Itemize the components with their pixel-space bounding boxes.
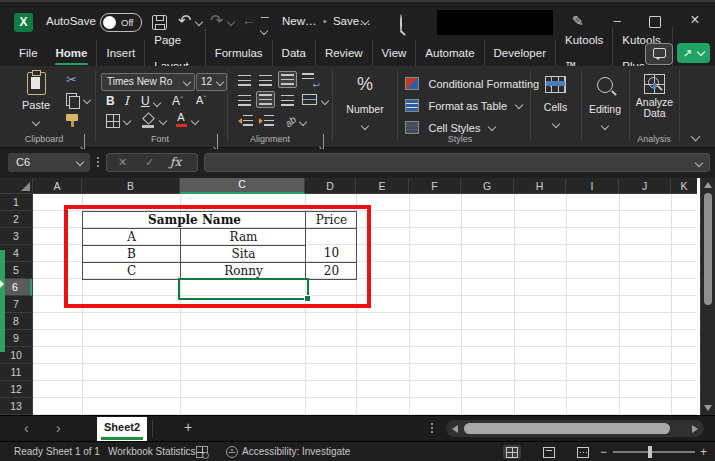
tabs-resize-grip-icon[interactable]	[431, 423, 433, 425]
add-sheet-button[interactable]: +	[184, 419, 192, 435]
column-header-f[interactable]: F	[409, 178, 461, 194]
tab-file[interactable]: File	[10, 40, 47, 66]
tab-insert[interactable]: Insert	[97, 40, 145, 66]
borders-dropdown-icon[interactable]	[123, 117, 131, 125]
scroll-up-icon[interactable]	[704, 182, 712, 188]
column-header-i[interactable]: I	[566, 178, 619, 194]
font-color-button[interactable]: A	[175, 112, 187, 127]
orientation-button[interactable]: ab	[283, 114, 299, 130]
qat-more-icon[interactable]	[261, 17, 269, 38]
column-header-j[interactable]: J	[619, 178, 671, 194]
formula-bar-expand-icon[interactable]	[695, 159, 703, 167]
side-panel-handle[interactable]	[0, 250, 5, 352]
tab-data[interactable]: Data	[273, 40, 316, 66]
share-button[interactable]: ↗	[677, 43, 710, 63]
italic-button[interactable]: I	[124, 94, 129, 108]
editing-group-button[interactable]: Editing	[583, 70, 627, 142]
tab-review[interactable]: Review	[316, 40, 373, 66]
status-accessibility[interactable]: Accessibility: Investigate	[242, 446, 350, 457]
wrap-text-button[interactable]: ↩	[302, 73, 318, 86]
decrease-font-button[interactable]: Aˇ	[196, 94, 207, 106]
redo-button[interactable]: ↷	[210, 11, 223, 30]
insert-function-button[interactable]: ƒx	[170, 155, 181, 169]
close-button[interactable]: ×	[688, 13, 702, 27]
vertical-scrollbar[interactable]	[700, 178, 715, 415]
column-header-c[interactable]: C	[180, 178, 305, 194]
font-size-select[interactable]: 12	[196, 73, 227, 91]
autosave-toggle[interactable]: Off	[100, 13, 142, 32]
underline-dropdown-icon[interactable]	[153, 99, 161, 107]
row-header-2[interactable]: 2	[0, 211, 32, 228]
tab-automate[interactable]: Automate	[416, 40, 484, 66]
formula-bar-grip-icon[interactable]	[97, 157, 99, 159]
format-as-table-button[interactable]: Format as Table	[405, 96, 522, 110]
increase-indent-button[interactable]	[259, 115, 274, 126]
align-center-button[interactable]	[256, 91, 275, 108]
enter-button[interactable]: ✓	[145, 156, 154, 169]
increase-font-button[interactable]: Aˆ	[172, 94, 183, 108]
formula-input[interactable]	[209, 155, 693, 172]
next-sheet-button[interactable]: ›	[56, 420, 61, 436]
back-button[interactable]: ←	[242, 12, 256, 28]
tab-view[interactable]: View	[373, 40, 417, 66]
fill-color-dropdown-icon[interactable]	[159, 117, 167, 125]
cells-group-button[interactable]: Cells	[532, 70, 579, 142]
status-workbook-statistics[interactable]: Workbook Statistics	[108, 446, 196, 457]
borders-button[interactable]	[106, 114, 120, 128]
zoom-slider-handle[interactable]	[648, 446, 652, 458]
merge-center-button[interactable]	[302, 94, 317, 105]
scroll-down-icon[interactable]	[704, 405, 712, 411]
column-header-h[interactable]: H	[514, 178, 566, 194]
align-middle-button[interactable]	[259, 75, 272, 86]
search-icon[interactable]	[400, 14, 402, 33]
row-header-11[interactable]: 11	[0, 364, 32, 381]
display-settings-icon[interactable]	[196, 446, 208, 458]
horizontal-scrollbar-thumb[interactable]	[464, 423, 670, 434]
sheet-tab-active[interactable]: Sheet2	[97, 417, 147, 441]
font-name-select[interactable]: Times New Ro	[101, 73, 195, 91]
column-header-g[interactable]: G	[461, 178, 514, 194]
underline-button[interactable]: U	[141, 94, 150, 108]
column-header-d[interactable]: D	[305, 178, 356, 194]
row-header-1[interactable]: 1	[0, 194, 32, 211]
hscroll-left-icon[interactable]	[452, 425, 458, 433]
zoom-slider-track[interactable]	[613, 451, 695, 453]
tab-developer[interactable]: Developer	[485, 40, 556, 66]
hscroll-right-icon[interactable]	[692, 425, 698, 433]
column-header-k[interactable]: K	[671, 178, 697, 194]
view-page-layout-button[interactable]	[540, 445, 558, 459]
select-all-corner[interactable]	[0, 178, 33, 194]
copy-dropdown-icon[interactable]	[83, 96, 91, 104]
row-header-12[interactable]: 12	[0, 381, 32, 398]
undo-dropdown-icon[interactable]	[195, 18, 203, 26]
align-right-button[interactable]	[281, 95, 294, 106]
row-header-13[interactable]: 13	[0, 398, 32, 415]
vertical-scrollbar-thumb[interactable]	[704, 193, 712, 305]
format-painter-icon[interactable]	[66, 114, 78, 121]
tab-home[interactable]: Home	[47, 40, 98, 66]
analyze-data-button[interactable]: Analyze Data	[632, 70, 677, 132]
prev-sheet-button[interactable]: ‹	[24, 420, 29, 436]
name-box[interactable]: C6	[8, 153, 90, 172]
status-sheet-count[interactable]: Sheet 1 of 1	[46, 446, 100, 457]
tab-formulas[interactable]: Formulas	[206, 40, 273, 66]
comments-button[interactable]	[645, 43, 673, 65]
align-top-button[interactable]	[238, 75, 251, 86]
minimize-button[interactable]: –	[610, 14, 624, 28]
row-header-3[interactable]: 3	[0, 228, 32, 245]
zoom-in-button[interactable]: +	[700, 445, 707, 459]
font-color-dropdown-icon[interactable]	[191, 117, 199, 125]
fill-color-button[interactable]	[141, 113, 155, 127]
align-left-button[interactable]	[238, 95, 251, 106]
view-normal-button[interactable]	[503, 445, 521, 459]
copy-icon[interactable]	[66, 93, 77, 106]
redo-dropdown-icon[interactable]	[227, 18, 235, 26]
paste-button[interactable]: Paste	[16, 72, 56, 129]
orientation-dropdown-icon[interactable]	[299, 118, 307, 126]
column-header-e[interactable]: E	[356, 178, 409, 194]
merge-dropdown-icon[interactable]	[321, 97, 329, 105]
align-bottom-button[interactable]	[278, 71, 297, 88]
bold-button[interactable]: B	[106, 94, 115, 108]
decrease-indent-button[interactable]	[238, 115, 253, 126]
horizontal-scrollbar[interactable]	[446, 420, 704, 437]
